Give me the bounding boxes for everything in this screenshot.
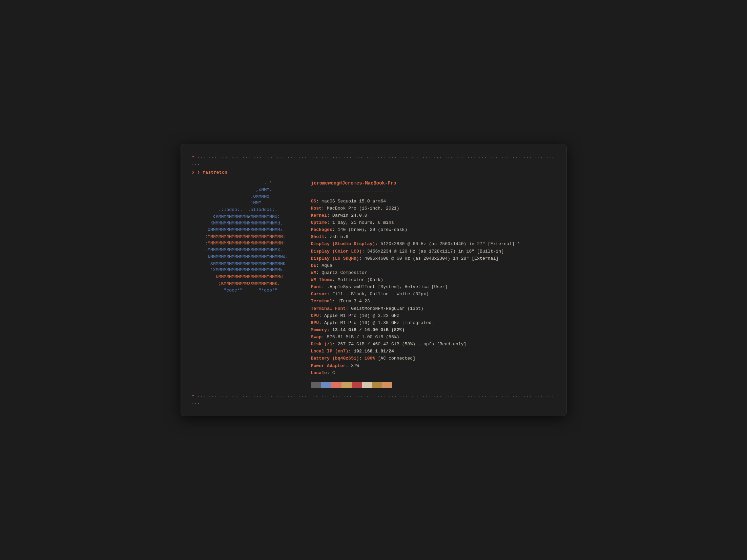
info-line: WM Theme: Multicolor (Dark): [311, 276, 556, 283]
info-separator: ------------------------------: [311, 188, 556, 195]
system-info: jeromewong@Jeromes-MacBook-Pro ---------…: [311, 180, 556, 388]
info-line: Power Adapter: 87W: [311, 362, 556, 369]
ascii-art-logo: ..' ,xNMM. .OMMMMo lMM" .;loddo:. .ollod…: [192, 180, 300, 388]
info-line: Cursor: Fill - Black, Outline - White (3…: [311, 290, 556, 298]
color-swatch: [321, 382, 331, 388]
info-line: Terminal Font: GeistMonoNFM-Regular (13p…: [311, 305, 556, 312]
info-line: Kernel: Darwin 24.0.0: [311, 212, 556, 219]
bottom-dots: ... ... ... ... ... ... ... ... ... ... …: [192, 393, 555, 405]
info-line: Font: .AppleSystemUIFont [System], Helve…: [311, 283, 556, 290]
top-dots-bar: ~ ... ... ... ... ... ... ... ... ... ..…: [192, 154, 556, 167]
background: ~ ... ... ... ... ... ... ... ... ... ..…: [0, 0, 747, 560]
color-swatch: [311, 382, 321, 388]
info-line: GPU: Apple M1 Pro (16) @ 1.30 GHz [Integ…: [311, 319, 556, 326]
color-swatch: [372, 382, 382, 388]
info-line: CPU: Apple M1 Pro (10) @ 3.23 GHz: [311, 312, 556, 319]
user-hostname: jeromewong@Jeromes-MacBook-Pro: [311, 180, 556, 187]
info-line: Display (Studio Display): 5120x2880 @ 60…: [311, 240, 556, 247]
color-swatch: [341, 382, 352, 388]
top-dots: ... ... ... ... ... ... ... ... ... ... …: [192, 154, 555, 166]
command-text: ❯ fastfetch: [197, 170, 227, 175]
tilde-bottom: ~: [192, 393, 194, 399]
info-line: Swap: 576.81 MiB / 1.00 GiB (56%): [311, 333, 556, 341]
info-line: Local IP (en7): 192.168.1.81/24: [311, 348, 556, 355]
main-content-area: ..' ,xNMM. .OMMMMo lMM" .;loddo:. .ollod…: [192, 180, 556, 388]
color-swatch: [382, 382, 392, 388]
info-line: Display (LG SDQHD): 4096x4608 @ 60 Hz (a…: [311, 255, 556, 262]
info-line: OS: macOS Sequoia 15.0 arm64: [311, 198, 556, 205]
info-line: Disk (/): 267.74 GiB / 460.43 GiB (58%) …: [311, 341, 556, 348]
info-lines: OS: macOS Sequoia 15.0 arm64Host: MacBoo…: [311, 198, 556, 376]
info-line: Packages: 140 (brew), 29 (brew-cask): [311, 226, 556, 233]
info-line: Shell: zsh 5.9: [311, 233, 556, 240]
color-swatch: [362, 382, 372, 388]
info-line: Display (Color LCD): 3456x2234 @ 120 Hz …: [311, 248, 556, 255]
terminal-content: ~ ... ... ... ... ... ... ... ... ... ..…: [192, 154, 556, 406]
info-line: Memory: 13.14 GiB / 16.00 GiB (82%): [311, 326, 556, 333]
bottom-dots-bar: ~ ... ... ... ... ... ... ... ... ... ..…: [192, 393, 556, 406]
color-swatch: [352, 382, 362, 388]
tilde-top: ~: [192, 154, 194, 159]
info-line: Host: MacBook Pro (16-inch, 2021): [311, 205, 556, 212]
info-line: DE: Aqua: [311, 262, 556, 269]
color-swatch: [331, 382, 341, 388]
terminal-window: ~ ... ... ... ... ... ... ... ... ... ..…: [181, 144, 567, 416]
info-line: Locale: C: [311, 369, 556, 376]
info-line: Terminal: iTerm 3.4.23: [311, 298, 556, 305]
prompt-symbol: ❯: [192, 170, 197, 175]
color-swatches-row: [311, 382, 556, 388]
info-line: Battery (bq40z651): 100% [AC connected]: [311, 355, 556, 362]
info-line: WM: Quartz Compositor: [311, 269, 556, 276]
info-line: Uptime: 1 day, 21 hours, 6 mins: [311, 219, 556, 226]
prompt-line: ❯ ❯ fastfetch: [192, 169, 556, 176]
